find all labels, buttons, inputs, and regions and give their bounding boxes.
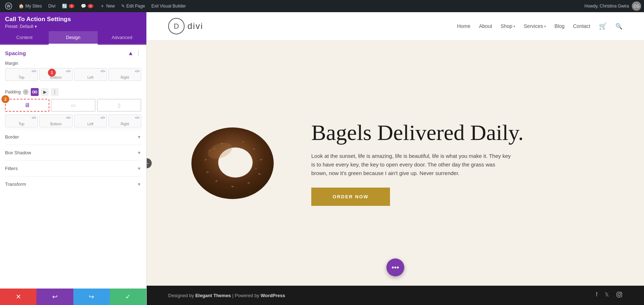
padding-bottom-label: Bottom bbox=[50, 122, 62, 126]
cart-icon[interactable]: 🛒 bbox=[599, 22, 607, 30]
my-sites-button[interactable]: 🏠 My Sites bbox=[16, 0, 44, 12]
collapse-spacing-button[interactable]: ▲ bbox=[128, 50, 133, 57]
spacing-more-button[interactable]: ⋮ bbox=[136, 50, 141, 57]
new-content-button[interactable]: ＋ New bbox=[98, 0, 117, 12]
margin-right-field[interactable]: </> Right bbox=[108, 68, 141, 81]
services-chevron: ▾ bbox=[544, 24, 546, 28]
svg-point-24 bbox=[620, 293, 621, 294]
tab-advanced[interactable]: Advanced bbox=[98, 31, 146, 44]
step-badge-1: 1 bbox=[48, 69, 56, 77]
panel-tabs: Content Design Advanced bbox=[0, 31, 146, 45]
desktop-device-button[interactable]: 🖥 bbox=[5, 99, 49, 112]
redo-button[interactable]: ↪ bbox=[73, 289, 110, 305]
padding-left-field[interactable]: </> Left bbox=[74, 115, 107, 127]
padding-help-button[interactable]: ? bbox=[23, 89, 29, 95]
floating-action-button[interactable]: ••• bbox=[386, 258, 404, 276]
footer-social: f 𝕏 bbox=[596, 291, 623, 299]
twitter-icon[interactable]: 𝕏 bbox=[605, 291, 609, 299]
box-shadow-section-header[interactable]: Box Shadow ▼ bbox=[5, 150, 141, 155]
tablet-device-button[interactable]: ▭ bbox=[51, 99, 95, 112]
nav-contact[interactable]: Contact bbox=[573, 23, 590, 29]
padding-link-button[interactable] bbox=[31, 88, 39, 96]
wp-logo-button[interactable]: W bbox=[3, 0, 14, 12]
padding-right-field[interactable]: </> Right bbox=[108, 115, 141, 127]
hero-section: ↔ bbox=[147, 40, 644, 286]
settings-panel: Call To Action Settings Preset: Default … bbox=[0, 12, 147, 305]
update-icon: 🔄 bbox=[62, 4, 67, 9]
instagram-icon[interactable] bbox=[616, 291, 623, 299]
margin-label: Margin bbox=[5, 61, 141, 66]
margin-fields: </> Top </> Bottom </> Left </> bbox=[5, 68, 141, 81]
confirm-icon: ✓ bbox=[125, 293, 131, 301]
badge-2-container: 2 bbox=[1, 95, 9, 103]
svg-point-23 bbox=[618, 294, 621, 296]
bagel-svg bbox=[182, 117, 283, 210]
spacing-section-header: Spacing ▲ ⋮ bbox=[5, 50, 141, 57]
badge-1-container: 1 bbox=[48, 69, 56, 77]
device-row: 🖥 ▭ ▯ bbox=[5, 99, 141, 112]
footer-platform: WordPress bbox=[260, 293, 285, 298]
updates-button[interactable]: 🔄 3 bbox=[60, 0, 77, 12]
nav-about[interactable]: About bbox=[479, 23, 492, 29]
facebook-icon[interactable]: f bbox=[596, 291, 597, 299]
footer-company: Elegant Themes bbox=[195, 293, 231, 298]
code-icon: </> bbox=[31, 69, 36, 73]
spacing-title: Spacing bbox=[5, 50, 26, 56]
nav-shop[interactable]: Shop ▾ bbox=[501, 23, 515, 29]
margin-container: Margin </> Top </> Bottom </> Left bbox=[5, 61, 141, 81]
exit-builder-button[interactable]: Exit Visual Builder bbox=[149, 0, 188, 12]
filters-chevron: ▼ bbox=[137, 166, 141, 171]
padding-top-field[interactable]: </> Top bbox=[5, 115, 38, 127]
admin-bar-left: W 🏠 My Sites Divi 🔄 3 💬 0 ＋ New ✎ Edit P… bbox=[3, 0, 583, 12]
padding-arrow-button[interactable]: ▶ bbox=[41, 88, 49, 96]
link-icon bbox=[32, 89, 37, 95]
padding-more-button[interactable]: ⋮ bbox=[51, 88, 59, 96]
drag-handle[interactable]: ↔ bbox=[147, 158, 152, 168]
divi-button[interactable]: Divi bbox=[46, 0, 58, 12]
nav-home[interactable]: Home bbox=[457, 23, 470, 29]
border-section-header[interactable]: Border ▼ bbox=[5, 134, 141, 140]
padding-section: Padding ? ▶ ⋮ bbox=[5, 88, 141, 127]
cancel-button[interactable]: ✕ bbox=[0, 289, 36, 305]
border-chevron: ▼ bbox=[137, 135, 141, 140]
admin-bar-right: Howdy, Christina Gwira CG bbox=[585, 1, 641, 11]
order-now-button[interactable]: ORDER NOW bbox=[311, 188, 390, 206]
padding-right-label: Right bbox=[121, 122, 129, 126]
undo-button[interactable]: ↩ bbox=[36, 289, 73, 305]
padding-header: Padding ? ▶ ⋮ bbox=[5, 88, 141, 96]
mobile-icon: ▯ bbox=[118, 102, 121, 108]
mobile-device-button[interactable]: ▯ bbox=[97, 99, 141, 112]
box-shadow-title: Box Shadow bbox=[5, 150, 31, 155]
margin-top-field[interactable]: </> Top bbox=[5, 68, 38, 81]
margin-left-field[interactable]: </> Left bbox=[74, 68, 107, 81]
tab-design[interactable]: Design bbox=[49, 31, 97, 45]
svg-rect-2 bbox=[33, 91, 34, 93]
confirm-button[interactable]: ✓ bbox=[110, 289, 146, 305]
margin-left-label: Left bbox=[87, 76, 93, 79]
comments-button[interactable]: 💬 0 bbox=[79, 0, 96, 12]
nav-blog[interactable]: Blog bbox=[555, 23, 565, 29]
spacing-section: Spacing ▲ ⋮ Margin </> Top bbox=[5, 50, 141, 127]
margin-bottom-field[interactable]: </> Bottom bbox=[39, 68, 72, 81]
padding-label: Padding bbox=[5, 89, 21, 95]
transform-section-header[interactable]: Transform ▼ bbox=[5, 181, 141, 187]
step-badge-2: 2 bbox=[1, 95, 9, 103]
hero-title: Bagels Delivered Daily. bbox=[311, 120, 615, 145]
nav-services[interactable]: Services ▾ bbox=[524, 23, 546, 29]
search-icon[interactable]: 🔍 bbox=[615, 23, 623, 30]
logo-circle: D bbox=[168, 18, 185, 34]
tab-content[interactable]: Content bbox=[0, 31, 49, 44]
edit-page-button[interactable]: ✎ Edit Page bbox=[119, 0, 147, 12]
filters-section-header[interactable]: Filters ▼ bbox=[5, 166, 141, 171]
filters-title: Filters bbox=[5, 166, 18, 171]
margin-top-label: Top bbox=[19, 76, 24, 79]
padding-bottom-field[interactable]: </> Bottom bbox=[39, 115, 72, 127]
svg-text:W: W bbox=[7, 4, 11, 8]
tablet-icon: ▭ bbox=[71, 102, 75, 108]
avatar[interactable]: CG bbox=[632, 1, 641, 11]
preset-dropdown[interactable]: Preset: Default bbox=[5, 24, 141, 29]
padding-fields: </> Top </> Bottom </> Left </> bbox=[5, 115, 141, 127]
logo-text: divi bbox=[187, 21, 203, 31]
border-section: Border ▼ bbox=[5, 129, 141, 145]
code-icon: </> bbox=[66, 69, 70, 73]
